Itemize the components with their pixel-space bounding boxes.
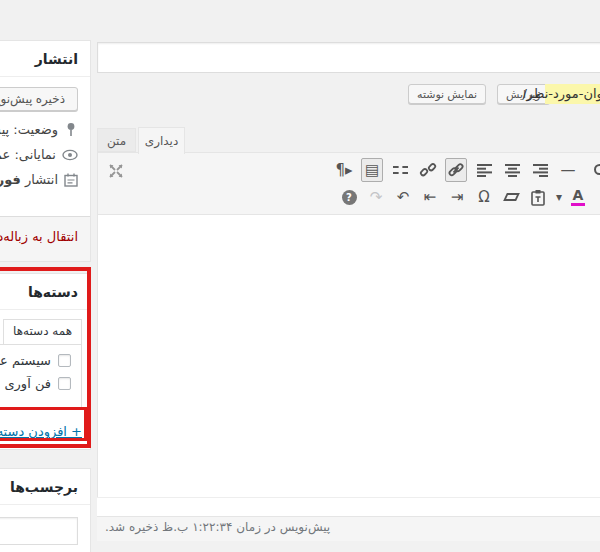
toolbar-toggle-icon[interactable]: ▤ [361, 158, 383, 182]
fullscreen-icon[interactable] [106, 161, 128, 183]
editor-content-area[interactable] [97, 215, 600, 497]
tags-input[interactable] [0, 517, 78, 545]
category-tabs: همه دسته‌ها [0, 310, 90, 344]
post-status-text: وضعیت: پیش‌نویس [0, 122, 58, 137]
remove-format-icon[interactable] [500, 185, 522, 209]
forecolor-caret-icon[interactable]: ▾ [554, 185, 564, 209]
blockquote-icon[interactable] [594, 164, 600, 175]
forecolor-icon[interactable]: A [569, 185, 587, 209]
publish-panel: انتشار ذخیره پیش‌نویس وضعیت: پیش‌نویس نم… [0, 40, 91, 262]
post-visibility-text: نمایانی: عمومی [0, 147, 56, 162]
eye-icon [62, 149, 78, 161]
align-left-icon[interactable] [473, 158, 495, 182]
tags-panel-title: برچسب‌ها [0, 469, 90, 505]
category-checkbox[interactable] [58, 377, 71, 390]
editor-status-bar: پیش‌نویس در زمان ۱:۲۲:۳۴ ب.ظ ذخیره شد. [97, 516, 600, 541]
toolbar-row-2: ? ↷ ↶ ⇤ ⇥ Ω ▾ A [338, 185, 587, 209]
permalink-slug[interactable]: عنوان-مورد-نظر/ [545, 84, 600, 104]
link-icon[interactable] [445, 158, 467, 182]
align-center-icon[interactable] [501, 158, 523, 182]
save-draft-button[interactable]: ذخیره پیش‌نویس [0, 87, 78, 111]
align-right-icon[interactable] [529, 158, 551, 182]
read-more-icon[interactable] [389, 158, 411, 182]
pin-icon [64, 122, 78, 137]
categories-panel-title: دسته‌ها [0, 274, 90, 310]
post-schedule-row: انتشار فوری [0, 167, 90, 192]
post-status-row: وضعیت: پیش‌نویس [0, 117, 90, 142]
unlink-icon[interactable] [417, 158, 439, 182]
toolbar-row-1: ¶▸ ▤ [333, 158, 579, 182]
category-item: فن آوری و [0, 376, 71, 391]
view-post-button[interactable]: نمایش نوشته [408, 84, 486, 104]
move-to-trash-link[interactable]: انتقال به زباله‌دان [0, 229, 78, 244]
wordpress-post-editor-page: { "publish_box": { "title": "انتشار", "s… [0, 0, 600, 552]
category-item: سیستم عامل [0, 353, 71, 368]
undo-icon[interactable]: ↶ [392, 185, 414, 209]
forecolor-bar [571, 203, 585, 206]
category-label: فن آوری و [0, 376, 51, 391]
horizontal-rule-icon[interactable]: — [557, 158, 579, 182]
autosave-status-text: پیش‌نویس در زمان ۱:۲۲:۳۴ ب.ظ ذخیره شد. [105, 520, 330, 534]
publish-footer: انتقال به زباله‌دان [0, 216, 90, 261]
post-visibility-row: نمایانی: عمومی [0, 142, 90, 167]
post-schedule-text: انتشار فوری [0, 172, 58, 187]
publish-panel-title: انتشار [0, 41, 90, 77]
outdent-icon[interactable]: ⇤ [419, 185, 441, 209]
category-checklist: سیستم عامل فن آوری و [0, 344, 82, 410]
paste-text-icon[interactable] [527, 185, 549, 209]
special-char-icon[interactable]: Ω [473, 185, 495, 209]
categories-panel: دسته‌ها همه دسته‌ها سیستم عامل فن آوری و… [0, 273, 91, 450]
tab-text-editor[interactable]: متن [97, 128, 136, 152]
editor-path-row [97, 497, 600, 516]
editor-toolbar: ¶▸ ▤ [97, 152, 600, 215]
direction-ltr-icon[interactable]: ¶▸ [333, 158, 355, 182]
category-label: سیستم عامل [0, 353, 51, 368]
tab-visual-editor[interactable]: دیداری [138, 127, 185, 154]
help-icon[interactable]: ? [338, 185, 360, 209]
tab-all-categories[interactable]: همه دسته‌ها [3, 319, 82, 344]
post-title-input[interactable] [97, 42, 600, 73]
add-new-category-link[interactable]: + افزودن دسته تازه [0, 424, 82, 439]
tags-panel: برچسب‌ها [0, 468, 91, 552]
redo-icon[interactable]: ↷ [365, 185, 387, 209]
category-checkbox[interactable] [58, 354, 71, 367]
calendar-icon [64, 173, 78, 187]
indent-icon[interactable]: ⇥ [446, 185, 468, 209]
